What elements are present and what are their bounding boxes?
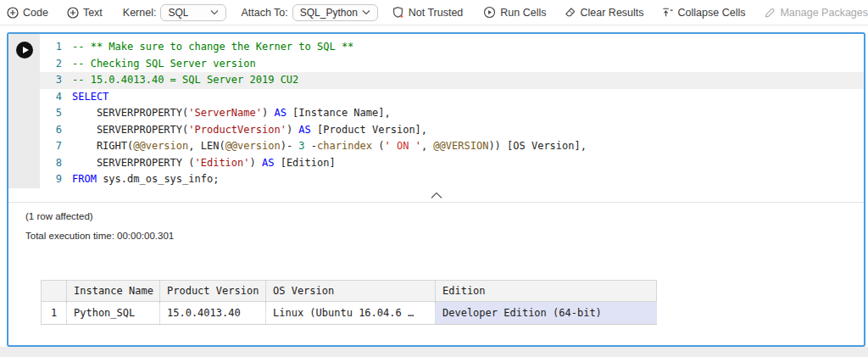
code-line[interactable]: 5 SERVERPROPERTY('ServerName') AS [Insta…: [40, 105, 864, 122]
grid-row: 1Python_SQL15.0.4013.40Linux (Ubuntu 16.…: [42, 302, 657, 325]
collapse-results-button[interactable]: [8, 188, 864, 203]
run-circle-icon: [483, 6, 496, 19]
code-token: , LEN(: [188, 140, 225, 152]
code-line[interactable]: 7 RIGHT(@@version, LEN(@@version)- 3 -ch…: [40, 138, 864, 155]
code-token: 'ProductVersion': [188, 124, 287, 136]
code-token: ): [250, 157, 262, 169]
code-token: sys.dm_os_sys_info;: [97, 173, 220, 185]
run-cells-button[interactable]: Run Cells: [483, 6, 546, 19]
grid-header-cell[interactable]: Instance Name: [67, 281, 160, 302]
kernel-label: Kernel:: [123, 7, 157, 19]
line-number: 1: [40, 39, 72, 56]
code-token: charindex: [317, 140, 372, 152]
code-token: [Edition]: [274, 157, 335, 169]
line-number: 6: [40, 122, 72, 139]
grid-cell[interactable]: 15.0.4013.40: [160, 302, 266, 325]
not-trusted-label: Not Trusted: [409, 7, 464, 19]
code-token: ': [385, 140, 397, 152]
code-token: SERVERPROPERTY(: [72, 124, 188, 136]
code-token: 'Edition': [195, 157, 250, 169]
code-line[interactable]: 9FROM sys.dm_os_sys_info;: [40, 171, 864, 188]
code-token: SELECT: [72, 91, 108, 103]
code-token: ': [409, 140, 420, 152]
eraser-icon: [564, 6, 576, 19]
code-token: )) [OS Version],: [488, 140, 587, 152]
execution-time-message: Total execution time: 00:00:00.301: [25, 231, 864, 241]
line-number: 4: [40, 89, 72, 106]
chevron-down-icon: [362, 9, 370, 15]
code-token: ): [262, 107, 274, 119]
plus-circle-icon: [67, 7, 79, 19]
code-token: (: [372, 140, 384, 152]
shield-icon: [392, 6, 404, 19]
chevron-down-icon: [210, 9, 219, 15]
code-token: 3: [298, 140, 304, 152]
not-trusted-button[interactable]: Not Trusted: [392, 6, 464, 19]
grid-row-number[interactable]: 1: [42, 302, 67, 325]
collapse-cells-label: Collapse Cells: [678, 7, 746, 19]
code-line[interactable]: 8 SERVERPROPERTY ('Edition') AS [Edition…: [40, 155, 864, 172]
results-grid: Instance NameProduct VersionOS VersionEd…: [41, 280, 657, 325]
kernel-dropdown[interactable]: SQL: [160, 4, 226, 21]
collapse-cells-icon: [661, 6, 674, 19]
grid-cell[interactable]: Python_SQL: [67, 302, 160, 325]
pencil-icon: [763, 6, 776, 19]
code-token: AS: [298, 124, 310, 136]
code-token: 'ServerName': [188, 107, 262, 119]
add-text-button[interactable]: Text: [67, 7, 103, 19]
code-line[interactable]: 1-- ** Make sure to change the Kerner to…: [40, 39, 864, 56]
code-token: AS: [274, 107, 286, 119]
line-number: 5: [40, 105, 72, 122]
code-line[interactable]: 4SELECT: [40, 89, 864, 106]
line-number: 2: [40, 56, 72, 73]
code-line[interactable]: 6 SERVERPROPERTY('ProductVersion') AS [P…: [40, 122, 864, 139]
clear-results-label: Clear Results: [581, 7, 644, 19]
code-line[interactable]: 3-- 15.0.4013.40 = SQL Server 2019 CU2: [40, 72, 864, 89]
run-cells-label: Run Cells: [500, 7, 546, 19]
notebook-toolbar: Code Text Kernel: SQL Attach To: SQL_Pyt…: [0, 0, 868, 25]
chevron-up-icon: [430, 192, 443, 199]
line-number: 9: [40, 171, 72, 188]
code-token: [Instance Name],: [287, 107, 391, 119]
code-token: ON: [397, 140, 409, 152]
notebook-code-cell: 1-- ** Make sure to change the Kerner to…: [7, 32, 865, 347]
attach-to-label: Attach To:: [241, 7, 287, 19]
grid-header-cell[interactable]: Edition: [436, 281, 657, 302]
code-token: ): [287, 124, 298, 136]
plus-circle-icon: [7, 7, 19, 19]
add-text-label: Text: [83, 7, 103, 19]
attach-to-value: SQL_Python: [300, 7, 358, 19]
clear-results-button[interactable]: Clear Results: [564, 6, 644, 19]
page-background-strip: [0, 347, 868, 357]
code-token: [Product Version],: [311, 124, 427, 136]
grid-header-cell[interactable]: OS Version: [266, 281, 436, 302]
code-token: SERVERPROPERTY (: [72, 157, 195, 169]
kernel-value: SQL: [168, 7, 188, 19]
add-code-button[interactable]: Code: [7, 7, 48, 19]
collapse-cells-button[interactable]: Collapse Cells: [661, 6, 746, 19]
line-number: 8: [40, 155, 72, 172]
grid-cell[interactable]: Linux (Ubuntu 16.04.6 …: [266, 302, 436, 325]
grid-corner[interactable]: [42, 281, 67, 302]
run-cell-button[interactable]: [16, 42, 33, 59]
code-token: @@version: [133, 140, 188, 152]
code-token: @@version: [225, 140, 281, 152]
code-token: ,: [421, 140, 433, 152]
code-token: AS: [262, 157, 274, 169]
grid-cell[interactable]: Developer Edition (64-bit): [436, 302, 657, 325]
grid-header-cell[interactable]: Product Version: [160, 281, 266, 302]
cell-gutter: [8, 34, 40, 188]
code-token: -- Checking SQL Server version: [72, 58, 256, 70]
code-token: -- 15.0.4013.40 = SQL Server 2019 CU2: [72, 74, 298, 86]
add-code-label: Code: [23, 7, 48, 19]
attach-to-dropdown[interactable]: SQL_Python: [292, 4, 378, 21]
code-token: @@VERSION: [433, 140, 488, 152]
code-lines[interactable]: 1-- ** Make sure to change the Kerner to…: [40, 34, 864, 188]
code-token: )-: [281, 140, 299, 152]
code-token: FROM: [72, 173, 97, 185]
code-editor[interactable]: 1-- ** Make sure to change the Kerner to…: [8, 34, 864, 188]
code-token: RIGHT(: [72, 140, 133, 152]
manage-packages-button: Manage Packages: [763, 6, 868, 19]
code-line[interactable]: 2-- Checking SQL Server version: [40, 56, 864, 73]
code-token: -: [305, 140, 317, 152]
